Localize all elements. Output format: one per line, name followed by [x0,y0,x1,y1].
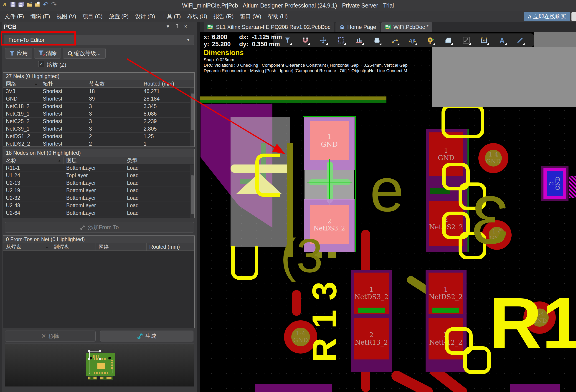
remove-button[interactable]: ✕ 移除 [5,331,96,341]
chip [97,363,105,369]
clear-button[interactable]: ✕ 清除 [34,48,61,59]
table-row[interactable]: NetC18_2Shortest33.345 [3,103,194,110]
component-r12[interactable]: 1 NetDS2_2 2 NetR12_2 [426,270,466,372]
chevron-down-icon: ▼ [186,38,190,42]
table-row[interactable]: U2-48BottomLayerLoad [3,202,194,209]
tab-sl1-xilinx[interactable]: SL1 Xilinx Spartan-IIE PQ208 Rev1.02.Pcb… [204,22,334,32]
buy-online-button[interactable]: a 立即在线购买 [524,12,570,21]
table-cell: U2-13 [3,179,63,187]
cursor-dy: 0.350 mm [252,41,280,48]
selection-rect [89,351,100,359]
cursor-y: 25.200 [212,41,239,48]
nodes-scrollbar[interactable] [190,165,194,218]
tab-home-page[interactable]: Home Page [335,22,380,32]
table-cell: BottomLayer [63,179,124,187]
table-row[interactable]: NetC39_1Shortest32.805 [3,125,194,133]
document-tabbar: SL1 Xilinx Spartan-IIE PQ208 Rev1.02.Pcb… [200,22,576,32]
board-preview[interactable] [5,343,194,387]
menu-place[interactable]: 放置 (P) [106,12,132,21]
nets-scrollbar[interactable] [190,88,194,146]
table-cell: Load [124,202,194,209]
text-icon[interactable]: A [497,35,507,45]
table-row[interactable]: GNDShortest3928.184 [3,95,194,103]
dimension-icon[interactable]: 10 [479,35,489,45]
table-cell: Load [124,179,194,187]
table-row[interactable]: NetC19_1Shortest38.086 [3,110,194,118]
fromtos-table-header[interactable]: 从焊盘▲ 到焊盘 网络 Routed (mm) [3,243,194,251]
table-cell: Shortest [40,103,86,110]
menu-help[interactable]: 帮助 (H) [264,12,291,21]
panel-dropdown-icon[interactable]: ▼ [166,24,170,29]
table-row[interactable]: NetDS2_2Shortest21 [3,140,194,147]
table-row[interactable]: U2-13BottomLayerLoad [3,179,194,187]
nets-table-header[interactable]: 网络▲ 拓扑 节点数 Routed (mm) [3,80,194,87]
zoom-level-button[interactable]: 缩放等级... [63,48,106,59]
pcb-panel: PCB ▼ × From-To Editor ▼ 应用 ✕ 清除 缩放等级. [0,22,197,392]
menu-file[interactable]: 文件 (F) [1,12,27,21]
table-row[interactable]: 3V3Shortest1846.271 [3,87,194,95]
via-icon[interactable] [426,35,435,45]
table-cell: Shortest [40,118,86,125]
fromtos-table: 0 From-Tos on Net (0 Highlighted) 从焊盘▲ 到… [3,235,195,328]
panel-pin-icon[interactable] [175,24,179,29]
heads-up-display: x:6.800 dx:-1.125 mm y:25.200 dy:0.350 m… [204,34,411,73]
generate-button[interactable]: 生成 [100,331,193,341]
pad-1-gnd[interactable]: 1 GND [310,121,349,160]
component-mark [358,308,385,313]
tab-wifi-pcbdoc[interactable]: WiFi.PcbDoc * [381,22,432,32]
menu-edit[interactable]: 编辑 (E) [27,12,53,21]
from-to-icon[interactable] [461,35,471,45]
table-cell: Load [124,209,194,217]
table-row[interactable]: U1-24TopLayerLoad [3,172,194,179]
menu-project[interactable]: 项目 (C) [79,12,106,21]
apply-button[interactable]: 应用 [5,48,32,59]
close-x-icon: ✕ [41,333,46,340]
panel-mode-selector[interactable]: From-To Editor ▼ [4,35,194,45]
crosshair-line-v [329,159,330,205]
zoom-checkbox[interactable]: ✓ [38,61,44,67]
table-cell: U2-48 [3,202,63,209]
table-cell: Shortest [40,133,86,140]
menu-design[interactable]: 设计 (D) [132,12,158,21]
fromtos-table-title: 0 From-Tos on Net (0 Highlighted) [3,236,194,243]
table-cell: Load [124,187,194,194]
table-row[interactable]: R11-1BottomLayerLoad [3,164,194,172]
magnifier-icon [68,51,72,55]
window-title: WiFi_miniPCIe.PrjPcb - Altium Designer P… [0,0,576,11]
table-row[interactable]: NetC25_2Shortest32.239 [3,118,194,125]
side-pad-2-gnd[interactable]: 2 GND [541,166,569,201]
partial-button[interactable] [572,12,576,21]
drc-status: DRC Violations : 0 Checking : Component … [204,63,411,68]
table-row[interactable]: U2-19BottomLayerLoad [3,187,194,194]
table-cell: 3 [86,110,141,117]
menu-tools[interactable]: 工具 (T) [158,12,184,21]
menu-route[interactable]: 布线 (U) [184,12,210,21]
reconnector-status: Dynamic Reconnector - Moving [Push : Ign… [204,68,411,73]
silkscreen-e: e [370,164,404,216]
menu-window[interactable]: 窗口 (W) [237,12,264,21]
line-icon[interactable] [515,35,525,45]
table-cell: 1.25 [141,133,194,140]
menu-reports[interactable]: 报告 (R) [210,12,237,21]
pad-2-netr13_2[interactable]: 2 NetR13_2 [354,318,389,360]
add-fromto-button[interactable]: 添加From To [5,222,194,233]
selection-handle [99,350,101,352]
table-row[interactable]: U2-32BottomLayerLoad [3,194,194,202]
mode-label: Dimensions [204,49,411,57]
fromto-line-icon [80,224,86,230]
panel-splitter[interactable] [197,22,200,392]
table-cell: Shortest [40,125,86,132]
panel-close-icon[interactable]: × [184,24,187,29]
table-row[interactable]: U2-64BottomLayerLoad [3,209,194,217]
menu-view[interactable]: 视图 (V) [53,12,79,21]
table-row[interactable]: NetDS1_2Shortest21.25 [3,133,194,140]
svg-text:10: 10 [483,39,486,42]
component-r13[interactable]: 1 NetDS3_2 2 NetR13_2 [351,270,392,372]
via-1-4-gnd[interactable]: 1-4 GND [478,143,508,173]
region-icon[interactable] [443,35,453,45]
silkscreen-r1-label: R1 [489,287,576,360]
pcb-doc-icon [207,25,214,29]
mini-pcie-board-thumbnail [86,353,115,377]
table-cell: Load [124,164,194,171]
nodes-table-header[interactable]: 名称▲ 图层 类型 [3,157,194,164]
